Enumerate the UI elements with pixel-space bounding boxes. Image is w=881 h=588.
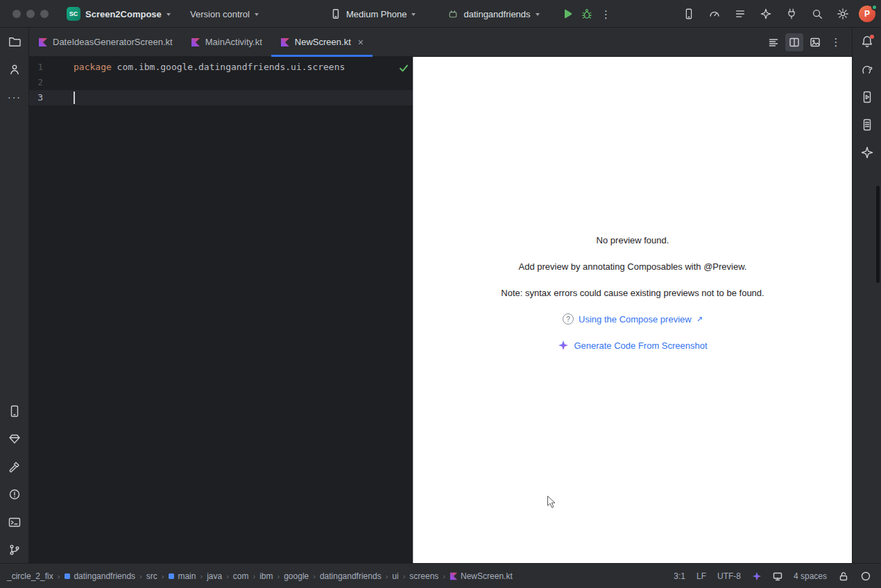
window-minimize-button[interactable] [26, 10, 35, 18]
lock-open-icon [838, 571, 849, 582]
breadcrumb-item[interactable]: main [168, 571, 196, 581]
device-explorer-tool-button[interactable] [859, 116, 875, 133]
gemini-spark-icon [752, 571, 762, 581]
terminal-icon [8, 515, 22, 529]
breadcrumb-separator: › [162, 572, 164, 580]
line-number: 2 [29, 75, 43, 90]
gem-icon [8, 432, 22, 446]
phone-play-icon [860, 90, 874, 104]
device-manager-button[interactable] [679, 4, 699, 24]
more-run-actions-button[interactable]: ⋮ [597, 4, 616, 24]
commit-tool-button[interactable] [6, 61, 23, 78]
window-close-button[interactable] [12, 10, 21, 18]
screen-mirror-widget[interactable] [773, 571, 782, 581]
breadcrumb-item[interactable]: java [207, 571, 222, 581]
settings-button[interactable] [833, 4, 853, 24]
profiler-button[interactable] [705, 4, 724, 24]
project-selector[interactable]: SC Screen2Compose [61, 4, 176, 24]
gemini-button[interactable] [756, 4, 776, 24]
chevron-down-icon [255, 13, 259, 16]
code-line: package com.ibm.google.datingandfriends.… [74, 60, 345, 75]
tab-label: DateIdeasGeneratorScreen.kt [53, 37, 173, 47]
doc-link-label[interactable]: Using the Compose preview [579, 314, 692, 325]
line-number: 3 [29, 90, 43, 105]
tab-newscreen[interactable]: NewScreen.kt × [271, 28, 373, 56]
gemini-tool-button[interactable] [859, 144, 875, 161]
gradle-elephant-icon [860, 62, 874, 76]
line-number: 1 [29, 60, 43, 75]
pair-devices-button[interactable] [782, 4, 801, 24]
circle-icon [860, 571, 871, 582]
encoding-widget[interactable]: UTF-8 [717, 571, 741, 581]
version-control-tool-button[interactable] [6, 542, 23, 558]
more-tool-windows-button[interactable]: ··· [6, 89, 23, 105]
module-icon [64, 573, 71, 580]
project-icon: SC [67, 7, 80, 21]
indent-widget[interactable]: 4 spaces [794, 571, 827, 581]
editor-mode-switcher: ⋮ [764, 28, 852, 56]
device-manager-tool-button[interactable] [859, 89, 875, 105]
monitor-icon [773, 571, 782, 581]
debug-button[interactable] [577, 4, 597, 24]
avatar-initial: P [864, 9, 870, 19]
list-icon [734, 8, 746, 20]
inspections-widget[interactable] [860, 571, 871, 582]
more-icon: ··· [8, 92, 22, 103]
kebab-icon: ⋮ [831, 37, 841, 47]
gemini-status-widget[interactable] [752, 571, 762, 581]
phone-icon [683, 8, 695, 20]
line-separator-widget[interactable]: LF [696, 571, 706, 581]
breadcrumb-item[interactable]: google [284, 571, 309, 581]
compose-preview-doc-link[interactable]: ? Using the Compose preview ↗ [563, 312, 703, 326]
version-control-menu[interactable]: Version control [185, 4, 264, 24]
tab-label: NewScreen.kt [295, 37, 351, 47]
text-caret [74, 92, 75, 104]
notifications-tool-button[interactable] [859, 33, 875, 50]
close-tab-icon[interactable]: × [358, 37, 363, 47]
split-mode-button[interactable] [785, 33, 803, 51]
readonly-widget[interactable] [838, 571, 849, 582]
window-zoom-button[interactable] [40, 10, 49, 18]
device-selector[interactable]: Medium Phone [325, 4, 421, 24]
design-mode-button[interactable] [806, 33, 824, 51]
preview-note: Note: syntax errors could cause existing… [501, 286, 764, 300]
breadcrumb-item[interactable]: datingandfriends [64, 571, 135, 581]
search-everywhere-button[interactable] [807, 4, 827, 24]
run-configuration-selector[interactable]: datingandfriends [442, 4, 545, 24]
terminal-tool-button[interactable] [6, 514, 23, 530]
breadcrumb-separator: › [139, 572, 142, 580]
inspections-status[interactable] [398, 62, 409, 76]
search-icon [811, 8, 823, 20]
tab-options-button[interactable]: ⋮ [827, 33, 845, 51]
tab-mainactivity[interactable]: MainActivity.kt [182, 28, 271, 56]
breadcrumb-item[interactable]: NewScreen.kt [450, 571, 513, 581]
generate-link-label[interactable]: Generate Code From Screenshot [574, 340, 707, 351]
scrollbar-thumb[interactable] [876, 186, 880, 283]
breadcrumb-item[interactable]: screens [409, 571, 438, 581]
chevron-down-icon [536, 13, 540, 16]
code-editor[interactable]: 1 2 3 package com.ibm.google.datingandfr… [29, 57, 413, 563]
code-mode-icon [768, 37, 779, 48]
project-tool-button[interactable] [6, 33, 23, 50]
app-quality-insights-tool-button[interactable] [6, 431, 23, 447]
problems-tool-button[interactable] [6, 486, 23, 503]
gradle-tool-button[interactable] [859, 61, 875, 78]
tab-dateideasgeneratorscreen[interactable]: DateIdeasGeneratorScreen.kt [29, 28, 182, 56]
code-mode-button[interactable] [764, 33, 782, 51]
preview-hint: Add preview by annotating Composables wi… [519, 259, 747, 273]
breadcrumb-item[interactable]: com [233, 571, 249, 581]
breadcrumb-item[interactable]: ui [392, 571, 398, 581]
phone-files-icon [860, 118, 874, 132]
avatar[interactable]: P [859, 6, 875, 22]
breadcrumb-item[interactable]: src [146, 571, 157, 581]
caret-position-widget[interactable]: 3:1 [674, 571, 685, 581]
run-button[interactable] [558, 4, 577, 24]
logcat-button[interactable] [730, 4, 750, 24]
build-tool-button[interactable] [6, 458, 23, 475]
running-devices-tool-button[interactable] [6, 403, 23, 420]
preview-title: No preview found. [597, 233, 669, 247]
breadcrumb-item[interactable]: ibm [259, 571, 273, 581]
generate-code-link[interactable]: Generate Code From Screenshot [558, 338, 707, 352]
breadcrumb-item[interactable]: _circle_2_fix [7, 571, 53, 581]
breadcrumb-item[interactable]: datingandfriends [320, 571, 382, 581]
